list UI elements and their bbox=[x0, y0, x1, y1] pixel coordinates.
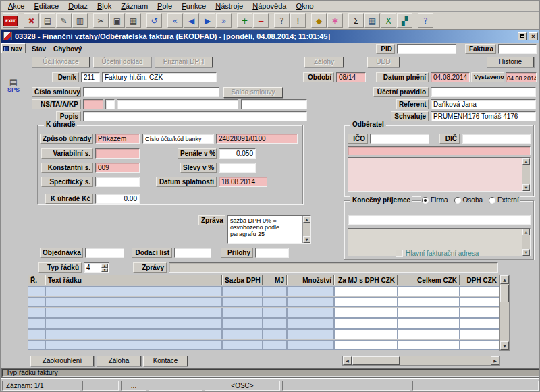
scroll-down-icon[interactable]: ▼ bbox=[522, 249, 530, 256]
zprava-textarea[interactable]: sazba DPH 0% = osvobozeno podle paragraf… bbox=[227, 215, 311, 244]
table-cell[interactable] bbox=[263, 329, 287, 339]
faktura-field[interactable] bbox=[498, 44, 537, 54]
prev-record-button[interactable]: ◀ bbox=[184, 13, 199, 28]
konecny-prijemce-adresa-scrollbar[interactable]: ▲ ▼ bbox=[522, 229, 530, 256]
datum-splatnosti-field[interactable]: 18.08.2014 bbox=[219, 177, 267, 187]
scroll-down-icon[interactable]: ▼ bbox=[500, 341, 509, 350]
menu-item-dotaz[interactable]: Dotaz bbox=[63, 1, 92, 11]
menu-item-pole[interactable]: Pole bbox=[153, 1, 177, 11]
menu-item-blok[interactable]: Blok bbox=[92, 1, 116, 11]
table-cell[interactable] bbox=[460, 297, 500, 307]
table-cell[interactable] bbox=[45, 308, 222, 318]
vystaveno-field[interactable]: 04.08.2014 bbox=[506, 72, 537, 82]
undo-button[interactable]: ↺ bbox=[146, 13, 162, 28]
spinner-down-icon[interactable]: ▼ bbox=[101, 268, 108, 272]
calculator-button[interactable]: ▦ bbox=[364, 13, 380, 28]
radio-externi[interactable]: Externí bbox=[489, 196, 519, 204]
uc-likvidace-button[interactable]: Úč.likvidace bbox=[32, 57, 90, 67]
kontace-button[interactable]: Kontace bbox=[143, 356, 188, 366]
exit-button[interactable]: EXIT bbox=[3, 13, 18, 28]
prilohy-field[interactable] bbox=[255, 248, 289, 258]
table-cell[interactable] bbox=[222, 297, 263, 307]
table-cell[interactable] bbox=[45, 286, 222, 296]
saldo-smlouvy-button[interactable]: Saldo smlouvy bbox=[223, 87, 283, 98]
cislo-smlouvy-field[interactable] bbox=[83, 87, 219, 97]
scroll-right-icon[interactable]: ▶ bbox=[491, 356, 500, 365]
scroll-up-icon[interactable]: ▲ bbox=[500, 275, 509, 284]
obdobi-field[interactable]: 08/14 bbox=[336, 72, 366, 82]
table-cell[interactable] bbox=[28, 286, 45, 296]
hlavni-adresa-checkbox[interactable] bbox=[396, 250, 403, 257]
excel-export-button[interactable]: X bbox=[381, 13, 396, 28]
table-cell[interactable] bbox=[287, 308, 334, 318]
table-cell[interactable] bbox=[287, 286, 334, 296]
restore-window-button[interactable] bbox=[518, 32, 527, 40]
ns-field-3[interactable] bbox=[117, 99, 238, 109]
last-record-button[interactable]: » bbox=[216, 13, 232, 28]
scroll-thumb[interactable] bbox=[352, 356, 400, 365]
cislo-uctu-field[interactable]: 24828091/0100 bbox=[216, 134, 298, 144]
scroll-left-icon[interactable]: ◀ bbox=[343, 356, 352, 365]
table-cell[interactable] bbox=[460, 308, 500, 318]
table-cell[interactable] bbox=[28, 340, 45, 350]
print-button[interactable]: ▤ bbox=[40, 13, 55, 28]
popis-field[interactable] bbox=[83, 111, 307, 121]
table-cell[interactable] bbox=[28, 329, 45, 339]
edit-button[interactable]: ✎ bbox=[56, 13, 72, 28]
ico-field[interactable] bbox=[370, 134, 429, 144]
table-cell[interactable] bbox=[398, 286, 460, 296]
scroll-up-icon[interactable]: ▲ bbox=[522, 158, 530, 165]
table-cell[interactable] bbox=[287, 340, 334, 350]
table-cell[interactable] bbox=[45, 329, 222, 339]
window-titlebar[interactable]: 03328 - Finanční vztahy/Odběratelská fak… bbox=[1, 30, 540, 43]
sum-button[interactable]: Σ bbox=[348, 13, 364, 28]
k-uhrade-kc-field[interactable]: 0.00 bbox=[95, 194, 140, 204]
menu-item-funkce[interactable]: Funkce bbox=[177, 1, 211, 11]
sps-button[interactable]: ▤ SPS bbox=[3, 75, 24, 96]
execute-query-button[interactable]: ! bbox=[290, 13, 306, 28]
flower-button[interactable]: ✱ bbox=[327, 13, 343, 28]
table-cell[interactable] bbox=[460, 286, 500, 296]
table-vertical-scrollbar[interactable]: ▲ ▼ bbox=[500, 275, 510, 351]
ns-field-2[interactable] bbox=[105, 99, 115, 109]
table-cell[interactable] bbox=[334, 286, 398, 296]
table-horizontal-scrollbar[interactable]: ◀ ▶ bbox=[342, 356, 500, 366]
table-cell[interactable] bbox=[334, 340, 398, 350]
table-cell[interactable] bbox=[28, 308, 45, 318]
schvaluje-field[interactable]: PRUMENI4176 Tomáš 4176 bbox=[431, 111, 536, 121]
table-cell[interactable] bbox=[398, 340, 460, 350]
cut-button[interactable]: ✂ bbox=[93, 13, 109, 28]
ns-field-4[interactable] bbox=[241, 99, 307, 109]
zaloha-button[interactable]: Záloha bbox=[97, 356, 141, 366]
priznani-dph-button[interactable]: Přiznání DPH bbox=[155, 57, 213, 67]
table-cell[interactable] bbox=[287, 318, 334, 329]
denik-code-field[interactable]: 211 bbox=[81, 72, 100, 82]
ucetni-pravidlo-field[interactable] bbox=[431, 87, 536, 97]
table-cell[interactable] bbox=[45, 340, 222, 350]
zpusob-uhrady-field[interactable]: Příkazem bbox=[95, 134, 140, 144]
table-cell[interactable] bbox=[28, 318, 45, 329]
table-cell[interactable] bbox=[222, 340, 263, 350]
menu-item-zaznam[interactable]: Záznam bbox=[116, 1, 153, 11]
scroll-up-icon[interactable]: ▲ bbox=[303, 216, 310, 223]
table-cell[interactable] bbox=[398, 308, 460, 318]
menu-item-akce[interactable]: Akce bbox=[3, 1, 29, 11]
table-cell[interactable] bbox=[334, 318, 398, 329]
odberatel-nazev-field[interactable] bbox=[348, 146, 531, 155]
table-cell[interactable] bbox=[28, 297, 45, 307]
close-window-button[interactable]: × bbox=[529, 32, 538, 40]
zalohy-button[interactable]: Zálohy bbox=[304, 57, 344, 67]
konecny-prijemce-nazev-field[interactable] bbox=[348, 215, 531, 225]
table-cell[interactable] bbox=[287, 329, 334, 339]
table-cell[interactable] bbox=[263, 340, 287, 350]
table-cell[interactable] bbox=[45, 318, 222, 329]
scroll-up-icon[interactable]: ▲ bbox=[522, 229, 530, 235]
nav-tab[interactable]: Nav bbox=[1, 43, 26, 53]
denik-name-field[interactable]: Faktury-hl.čin.-CZK bbox=[102, 72, 217, 82]
konstantni-field[interactable]: 009 bbox=[95, 163, 140, 173]
typ-radku-spinner[interactable]: ▲ ▼ bbox=[101, 264, 108, 271]
paste-button[interactable]: ▦ bbox=[126, 13, 141, 28]
next-record-button[interactable]: ▶ bbox=[200, 13, 215, 28]
table-cell[interactable] bbox=[45, 297, 222, 307]
objednavka-field[interactable] bbox=[85, 248, 124, 258]
